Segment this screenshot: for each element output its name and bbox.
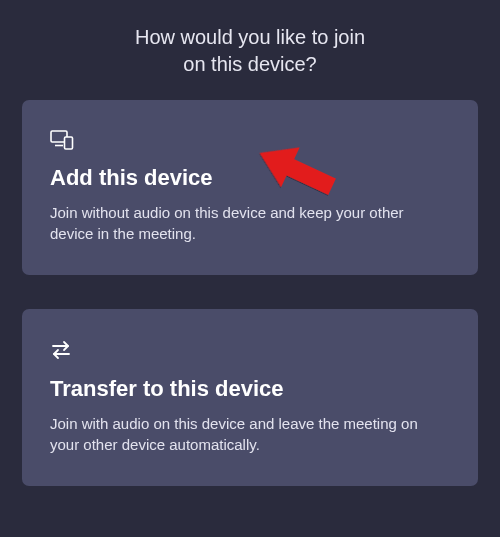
transfer-device-title: Transfer to this device: [50, 375, 450, 403]
add-device-desc: Join without audio on this device and ke…: [50, 202, 450, 246]
transfer-device-desc: Join with audio on this device and leave…: [50, 413, 450, 457]
devices-icon: [50, 130, 450, 154]
page-title-line1: How would you like to join: [135, 26, 365, 48]
add-device-card[interactable]: Add this device Join without audio on th…: [22, 100, 478, 275]
page-title-line2: on this device?: [183, 53, 316, 75]
transfer-icon: [50, 339, 450, 365]
add-device-title: Add this device: [50, 164, 450, 192]
svg-rect-2: [65, 137, 73, 149]
option-cards: Add this device Join without audio on th…: [0, 100, 500, 486]
page-title: How would you like to join on this devic…: [0, 0, 500, 100]
transfer-device-card[interactable]: Transfer to this device Join with audio …: [22, 309, 478, 486]
